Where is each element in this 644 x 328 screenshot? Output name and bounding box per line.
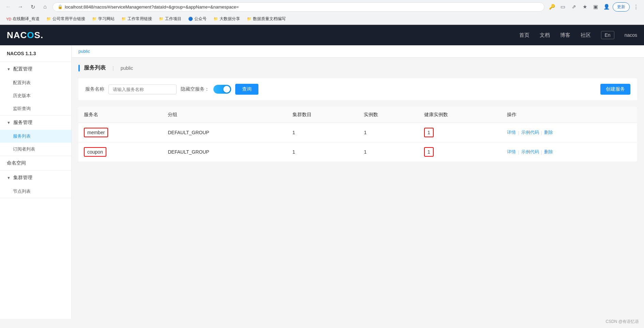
query-button[interactable]: 查询 [235, 84, 258, 95]
bookmark-label: 工作常用链接 [128, 16, 152, 22]
sidebar-item-history[interactable]: 历史版本 [0, 89, 71, 102]
create-service-button[interactable]: 创建服务 [600, 84, 630, 95]
breadcrumb[interactable]: public [78, 49, 90, 54]
action-sep: | [541, 130, 542, 135]
nav-home[interactable]: 首页 [519, 32, 529, 38]
bookmark-dataquality[interactable]: 📁 数据质量文档编写 [244, 15, 288, 23]
back-button[interactable]: ← [3, 2, 13, 12]
detail-link-member[interactable]: 详情 [507, 129, 516, 136]
col-cluster-count: 集群数目 [287, 107, 359, 123]
bookmark-label: 工作项目 [165, 16, 181, 22]
cell-group: DEFAULT_GROUP [162, 142, 287, 162]
sidebar: NACOS 1.1.3 ▼ 配置管理 配置列表 历史版本 监听查询 ▼ 服务管理… [0, 45, 72, 319]
menu-icon[interactable]: ⋮ [631, 2, 641, 12]
cell-service-name: coupon [78, 142, 162, 162]
sidebar-cluster-label: 集群管理 [13, 175, 32, 181]
service-table-container: 服务名 分组 集群数目 实例数 健康实例数 操作 [78, 107, 637, 161]
cell-cluster-count: 1 [287, 123, 359, 142]
top-nav: NACOS. 首页 文档 博客 社区 En nacos [0, 25, 644, 45]
service-table: 服务名 分组 集群数目 实例数 健康实例数 操作 [78, 107, 637, 161]
filter-left: 服务名称 隐藏空服务： 查询 [85, 84, 258, 95]
toggle-track [213, 85, 231, 94]
highlighted-health-member: 1 [424, 128, 434, 137]
bookmark-star-icon[interactable]: ★ [580, 2, 589, 12]
folder-icon: 📁 [121, 17, 126, 21]
example-code-link-coupon[interactable]: 示例代码 [521, 149, 539, 155]
table-row: member DEFAULT_GROUP 1 1 1 [78, 123, 637, 142]
nav-blog[interactable]: 博客 [560, 32, 570, 38]
action-sep: | [518, 130, 519, 135]
account-icon[interactable]: 👤 [602, 2, 611, 12]
app-container: NACOS. 首页 文档 博客 社区 En nacos NACOS 1.1.3 … [0, 25, 644, 319]
toggle-knob [223, 86, 230, 93]
cell-service-name: member [78, 123, 162, 142]
col-health-count: 健康实例数 [419, 107, 501, 123]
key-icon[interactable]: 🔑 [547, 2, 557, 12]
sidebar-item-subscriber[interactable]: 订阅者列表 [0, 143, 71, 156]
sidebar-item-config-list[interactable]: 配置列表 [0, 76, 71, 89]
folder-icon: 📁 [46, 17, 51, 21]
home-button[interactable]: ⌂ [40, 2, 50, 12]
bookmark-work-links[interactable]: 📁 工作常用链接 [119, 15, 155, 23]
bookmark-study[interactable]: 📁 学习网站 [89, 15, 117, 23]
action-sep: | [541, 150, 542, 155]
delete-link-coupon[interactable]: 删除 [544, 149, 553, 155]
cell-health-count: 1 [419, 142, 501, 162]
sidebar-item-nodes[interactable]: 节点列表 [0, 185, 71, 198]
language-button[interactable]: En [601, 31, 614, 39]
action-sep: | [518, 150, 519, 155]
bookmark-work-project[interactable]: 📁 工作项目 [156, 15, 184, 23]
bookmark-label: 数据质量文档编写 [253, 16, 286, 22]
bookmark-label: 公司常用平台链接 [53, 16, 85, 22]
reload-button[interactable]: ↻ [28, 2, 38, 12]
sidebar-config-header[interactable]: ▼ 配置管理 [0, 62, 71, 76]
nav-docs[interactable]: 文档 [540, 32, 550, 38]
top-nav-links: 首页 文档 博客 社区 En nacos [519, 31, 637, 39]
bookmark-public[interactable]: 🔵 公众号 [185, 15, 209, 23]
title-separator: | [113, 65, 114, 71]
cell-actions: 详情 | 示例代码 | 删除 [501, 142, 637, 162]
service-name-input[interactable] [108, 84, 177, 94]
hide-empty-label: 隐藏空服务： [181, 86, 209, 92]
cell-instance-count: 1 [358, 123, 418, 142]
sidebar-section-cluster: ▼ 集群管理 节点列表 [0, 171, 71, 198]
cast-icon[interactable]: ▭ [558, 2, 568, 12]
main-content: public 服务列表 | public 服务名称 [72, 45, 644, 319]
example-code-link-member[interactable]: 示例代码 [521, 129, 539, 136]
delete-link-member[interactable]: 删除 [544, 129, 553, 136]
app-logo: NACOS. [7, 30, 43, 41]
username-label: nacos [625, 32, 637, 38]
filter-bar: 服务名称 隐藏空服务： 查询 创建服务 [78, 78, 637, 100]
hide-empty-toggle[interactable] [213, 85, 231, 94]
chevron-down-icon: ▼ [7, 67, 11, 71]
detail-link-coupon[interactable]: 详情 [507, 149, 516, 155]
update-button[interactable]: 更新 [613, 2, 630, 12]
bookmark-platform[interactable]: 📁 公司常用平台链接 [44, 15, 88, 23]
bookmark-bigdata[interactable]: 📁 大数据分享 [211, 15, 243, 23]
forward-button[interactable]: → [16, 2, 25, 12]
sidebar-item-listener[interactable]: 监听查询 [0, 102, 71, 115]
lock-icon: 🔒 [58, 4, 63, 9]
sidebar-namespace-label: 命名空间 [7, 160, 26, 166]
sidebar-item-service-list[interactable]: 服务列表 [0, 130, 71, 143]
cell-instance-count: 1 [358, 142, 418, 162]
action-links: 详情 | 示例代码 | 删除 [507, 149, 632, 155]
address-bar[interactable]: 🔒 localhost:8848/nacos/#/serviceManageme… [53, 2, 544, 12]
cell-actions: 详情 | 示例代码 | 删除 [501, 123, 637, 142]
nav-icons: 🔑 ▭ ⇗ ★ ▣ 👤 更新 ⋮ [547, 2, 641, 12]
sidebar-version: NACOS 1.1.3 [0, 45, 71, 62]
bookmark-youdao[interactable]: YD 在线翻译_有道 [3, 15, 42, 23]
highlighted-health-coupon: 1 [424, 147, 434, 157]
col-instance-count: 实例数 [358, 107, 418, 123]
nav-community[interactable]: 社区 [581, 32, 591, 38]
sidebar-service-header[interactable]: ▼ 服务管理 [0, 115, 71, 130]
sidebar-namespace-header[interactable]: 命名空间 [0, 156, 71, 170]
extension-icon[interactable]: ▣ [591, 2, 600, 12]
folder-icon: 📁 [159, 17, 164, 21]
page-title-bar: 服务列表 | public [78, 64, 133, 72]
chevron-down-icon: ▼ [7, 176, 11, 180]
share-icon[interactable]: ⇗ [569, 2, 579, 12]
sidebar-cluster-header[interactable]: ▼ 集群管理 [0, 171, 71, 185]
address-text: localhost:8848/nacos/#/serviceManagement… [65, 4, 539, 10]
cell-cluster-count: 1 [287, 142, 359, 162]
